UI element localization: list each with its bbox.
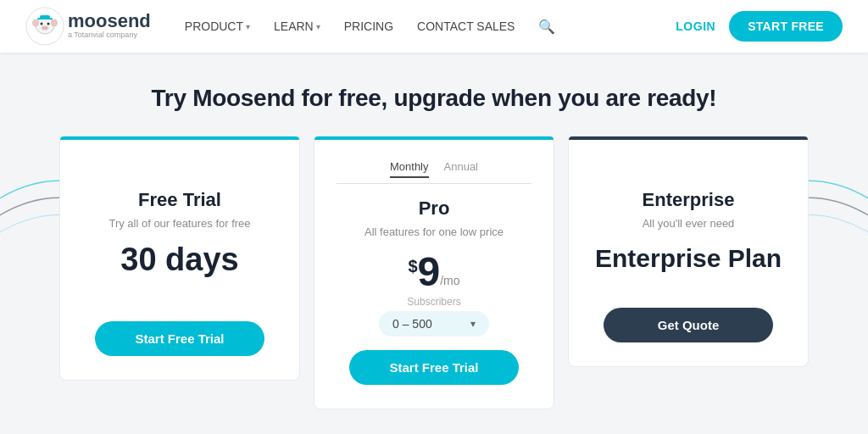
get-quote-button[interactable]: Get Quote bbox=[604, 308, 773, 342]
chevron-down-icon: ▾ bbox=[470, 318, 476, 330]
start-free-button[interactable]: START FREE bbox=[729, 11, 843, 42]
plan-title: Free Trial bbox=[138, 189, 221, 211]
plan-desc: All features for one low price bbox=[364, 225, 504, 240]
hero-section: Try Moosend for free, upgrade when you a… bbox=[0, 53, 868, 136]
logo-text: moosend a Totanvial company bbox=[68, 12, 151, 41]
svg-rect-10 bbox=[37, 18, 53, 19]
tab-monthly[interactable]: Monthly bbox=[390, 160, 429, 178]
plan-price: 30 days bbox=[120, 243, 238, 275]
logo-icon bbox=[25, 7, 64, 46]
nav-contact-sales[interactable]: CONTACT SALES bbox=[417, 19, 515, 33]
card-top-bar bbox=[314, 136, 554, 140]
svg-point-6 bbox=[42, 26, 48, 31]
plan-desc: All you'll ever need bbox=[643, 216, 735, 231]
price-row: $ 9 /mo bbox=[408, 252, 459, 292]
nav-product[interactable]: PRODUCT ▾ bbox=[185, 19, 250, 33]
svg-point-8 bbox=[46, 27, 47, 29]
enterprise-card: Enterprise All you'll ever need Enterpri… bbox=[568, 136, 809, 367]
svg-point-2 bbox=[33, 19, 39, 26]
subscribers-value: 0 – 500 bbox=[392, 317, 432, 331]
cards-row: Free Trial Try all of our features for f… bbox=[53, 136, 815, 409]
price-period: /mo bbox=[440, 274, 459, 287]
price-number: 9 bbox=[418, 252, 441, 292]
nav-pricing[interactable]: PRICING bbox=[344, 19, 393, 33]
price-dollar: $ bbox=[408, 257, 417, 276]
free-trial-button[interactable]: Start Free Trial bbox=[95, 321, 264, 356]
subscribers-dropdown[interactable]: 0 – 500 ▾ bbox=[379, 311, 489, 337]
plan-title: Enterprise bbox=[643, 189, 735, 211]
plan-tabs: Monthly Annual bbox=[337, 160, 531, 184]
card-top-bar bbox=[60, 136, 299, 140]
nav-learn[interactable]: LEARN ▾ bbox=[274, 19, 320, 33]
svg-point-5 bbox=[47, 23, 50, 25]
card-top-bar bbox=[569, 136, 808, 140]
chevron-down-icon: ▾ bbox=[316, 22, 320, 31]
logo[interactable]: moosend a Totanvial company bbox=[25, 7, 151, 46]
pricing-section: Free Trial Try all of our features for f… bbox=[0, 136, 868, 409]
pro-card: Monthly Annual Pro All features for one … bbox=[314, 136, 554, 409]
svg-point-3 bbox=[52, 19, 58, 26]
enterprise-plan-name: Enterprise Plan bbox=[595, 243, 782, 274]
navbar: moosend a Totanvial company PRODUCT ▾ LE… bbox=[0, 0, 868, 53]
nav-right: LOGIN START FREE bbox=[676, 11, 843, 42]
login-button[interactable]: LOGIN bbox=[676, 19, 715, 33]
svg-point-4 bbox=[41, 23, 43, 25]
plan-title: Pro bbox=[419, 198, 450, 220]
search-icon[interactable]: 🔍 bbox=[538, 19, 555, 35]
tab-annual[interactable]: Annual bbox=[444, 160, 478, 178]
chevron-down-icon: ▾ bbox=[246, 22, 250, 31]
plan-desc: Try all of our features for free bbox=[108, 216, 250, 231]
subscribers-label: Subscribers bbox=[407, 296, 460, 308]
free-trial-card: Free Trial Try all of our features for f… bbox=[59, 136, 300, 381]
hero-title: Try Moosend for free, upgrade when you a… bbox=[17, 85, 851, 112]
nav-links: PRODUCT ▾ LEARN ▾ PRICING CONTACT SALES … bbox=[185, 19, 676, 35]
pro-start-trial-button[interactable]: Start Free Trial bbox=[349, 350, 519, 385]
svg-point-7 bbox=[43, 27, 45, 29]
